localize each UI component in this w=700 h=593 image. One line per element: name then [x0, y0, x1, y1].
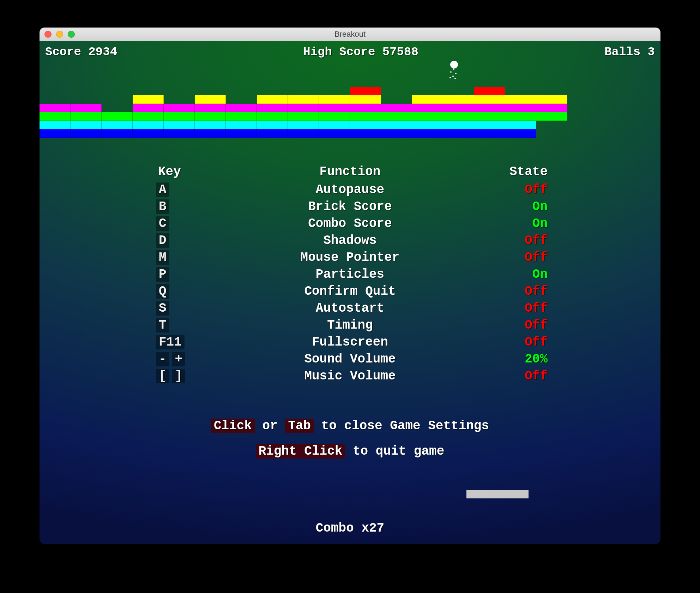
- paddle[interactable]: [466, 490, 529, 498]
- empty-slot: [71, 87, 102, 95]
- brick: [381, 112, 412, 121]
- state-value: Off: [481, 182, 558, 197]
- brick: [71, 129, 102, 138]
- settings-row: PParticlesOn: [142, 266, 558, 283]
- keycap[interactable]: [: [156, 369, 169, 383]
- keycap[interactable]: -: [156, 352, 169, 366]
- brick: [412, 112, 443, 121]
- state-value: 20%: [481, 352, 558, 366]
- brick: [350, 112, 381, 121]
- brick: [536, 104, 567, 112]
- brick-row: [40, 112, 598, 121]
- brick: [319, 129, 350, 138]
- settings-row: CCombo ScoreOn: [142, 215, 558, 232]
- keycap[interactable]: C: [156, 216, 169, 231]
- state-value: On: [481, 199, 558, 214]
- empty-slot: [164, 95, 195, 104]
- brick: [536, 95, 567, 104]
- brick: [133, 95, 164, 104]
- empty-slot: [133, 87, 164, 95]
- brick: [474, 129, 505, 138]
- state-value: Off: [481, 335, 558, 349]
- brick: [474, 121, 505, 129]
- brick: [505, 95, 536, 104]
- function-label: Combo Score: [219, 216, 481, 231]
- keycap[interactable]: +: [172, 352, 186, 366]
- brick: [319, 104, 350, 112]
- keycap-right-click[interactable]: Right Click: [256, 444, 345, 459]
- keycap[interactable]: M: [156, 250, 169, 265]
- key-cell: B: [142, 199, 219, 214]
- settings-row: SAutostartOff: [142, 300, 558, 317]
- keycap[interactable]: P: [156, 267, 169, 282]
- brick: [412, 104, 443, 112]
- brick-row: [40, 121, 598, 129]
- empty-slot: [412, 87, 443, 95]
- brick: [257, 112, 288, 121]
- game-canvas[interactable]: Score 2934 High Score 57588 Balls 3 Key …: [40, 41, 660, 544]
- state-value: On: [481, 267, 558, 282]
- keycap[interactable]: B: [156, 199, 169, 214]
- hint-close: Click or Tab to close Game Settings: [40, 419, 660, 433]
- ball: [450, 61, 458, 68]
- empty-slot: [102, 104, 133, 112]
- brick: [319, 95, 350, 104]
- brick: [71, 121, 102, 129]
- brick: [412, 129, 443, 138]
- state-value: Off: [481, 233, 558, 248]
- brick: [40, 129, 71, 138]
- key-cell: F11: [142, 335, 219, 349]
- hud: Score 2934 High Score 57588 Balls 3: [40, 41, 660, 59]
- key-cell: M: [142, 250, 219, 265]
- brick: [288, 112, 319, 121]
- empty-slot: [164, 87, 195, 95]
- keycap[interactable]: D: [156, 233, 169, 248]
- combo-display: Combo x27: [40, 521, 660, 535]
- empty-slot: [567, 121, 598, 129]
- hint-quit: Right Click to quit game: [40, 444, 660, 459]
- keycap-click[interactable]: Click: [211, 419, 255, 433]
- titlebar: Breakout: [40, 28, 660, 41]
- brick: [102, 129, 133, 138]
- settings-row: []Music VolumeOff: [142, 367, 558, 384]
- brick: [195, 104, 226, 112]
- function-label: Brick Score: [219, 199, 481, 214]
- brick: [412, 95, 443, 104]
- brick: [350, 129, 381, 138]
- header-state: State: [481, 164, 558, 179]
- keycap[interactable]: A: [156, 182, 169, 197]
- empty-slot: [102, 87, 133, 95]
- brick: [164, 104, 195, 112]
- keycap[interactable]: Q: [156, 284, 169, 299]
- brick: [71, 112, 102, 121]
- brick: [288, 121, 319, 129]
- settings-row: F11FullscreenOff: [142, 334, 558, 351]
- brick: [443, 104, 474, 112]
- brick: [133, 112, 164, 121]
- keycap-tab[interactable]: Tab: [285, 419, 314, 433]
- empty-slot: [288, 87, 319, 95]
- brick: [257, 104, 288, 112]
- window-title: Breakout: [40, 30, 660, 39]
- brick: [40, 104, 71, 112]
- brick-row: [40, 104, 598, 112]
- empty-slot: [505, 87, 536, 95]
- brick: [381, 121, 412, 129]
- brick: [350, 121, 381, 129]
- keycap[interactable]: S: [156, 301, 169, 316]
- keycap[interactable]: ]: [172, 369, 186, 383]
- keycap[interactable]: T: [156, 318, 169, 333]
- key-cell: Q: [142, 284, 219, 299]
- brick: [536, 112, 567, 121]
- empty-slot: [71, 95, 102, 104]
- keycap[interactable]: F11: [156, 335, 185, 349]
- brick: [288, 95, 319, 104]
- brick: [257, 121, 288, 129]
- brick-row: [40, 87, 598, 95]
- brick: [133, 121, 164, 129]
- state-value: On: [481, 216, 558, 231]
- brick: [40, 121, 71, 129]
- key-cell: S: [142, 301, 219, 316]
- brick: [505, 121, 536, 129]
- state-value: Off: [481, 250, 558, 265]
